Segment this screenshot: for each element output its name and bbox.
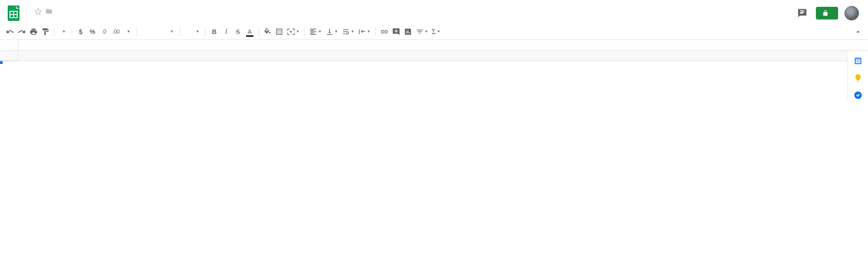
calendar-addon-icon[interactable]: 31 [853,56,863,65]
chevron-down-icon: ▼ [318,29,322,34]
separator [54,27,54,36]
chevron-down-icon: ▼ [62,29,66,34]
chevron-down-icon: ▼ [296,29,300,34]
account-avatar[interactable] [844,6,859,20]
more-formats-button[interactable]: ▼ [122,26,133,38]
separator [304,27,305,36]
increase-decimal-button[interactable]: .00 [111,26,121,38]
undo-button[interactable] [5,26,15,38]
share-button[interactable] [816,7,838,19]
grid-wrapper: 31 [0,51,868,100]
merge-cells-button[interactable]: ▼ [286,26,301,38]
chevron-down-icon: ▼ [196,29,199,34]
svg-text:31: 31 [856,59,860,63]
filter-button[interactable]: ▼ [414,26,430,38]
spreadsheet-grid[interactable] [0,51,848,100]
title-area [25,8,101,19]
separator [136,27,137,36]
star-icon[interactable] [34,8,42,15]
text-wrap-button[interactable]: ▼ [340,26,356,38]
document-title[interactable] [25,10,31,12]
zoom-select[interactable]: ▼ [58,29,68,34]
fill-color-button[interactable] [262,26,273,38]
comments-button[interactable] [795,6,810,20]
insert-chart-button[interactable] [402,26,413,38]
format-currency-button[interactable]: $ [75,26,86,38]
menu-format[interactable] [54,16,61,19]
side-panel: 31 [848,51,868,100]
text-color-button[interactable]: A [244,26,255,38]
italic-button[interactable]: I [221,26,232,38]
insert-link-button[interactable] [379,26,390,38]
chevron-down-icon: ▼ [367,29,371,34]
strikethrough-button[interactable]: S [233,26,243,38]
chevron-down-icon: ▼ [351,29,354,34]
vertical-align-button[interactable]: ▼ [324,26,339,38]
sheets-logo[interactable] [5,4,23,22]
menu-tools[interactable] [69,16,75,19]
text-rotation-button[interactable]: ▼ [357,26,372,38]
tasks-addon-icon[interactable] [853,91,863,100]
chevron-down-icon: ▼ [335,29,338,34]
save-status[interactable] [94,16,101,19]
paint-format-button[interactable] [40,26,51,38]
separator [179,27,180,36]
fill-handle[interactable] [0,61,3,64]
functions-button[interactable]: Σ▼ [430,26,441,38]
header [0,0,868,24]
menu-help[interactable] [83,16,90,19]
font-size-select[interactable]: ▼ [183,29,202,34]
bold-button[interactable]: B [209,26,220,38]
menu-addons[interactable] [76,16,82,19]
column-headers [0,51,847,61]
redo-button[interactable] [16,26,27,38]
separator [258,27,259,36]
formula-input[interactable] [18,40,868,50]
header-right [795,6,863,20]
menubar [25,16,101,19]
font-select[interactable]: ▼ [140,29,176,34]
menu-file[interactable] [25,16,32,19]
menu-view[interactable] [40,16,46,19]
keep-addon-icon[interactable] [853,73,863,83]
chevron-down-icon: ▼ [126,29,130,34]
move-folder-icon[interactable] [45,8,53,15]
toolbar: ▼ $ % .0 .00 ▼ ▼ ▼ B I S A ▼ ▼ ▼ ▼ ▼ ▼ Σ… [0,24,868,40]
format-percent-button[interactable]: % [87,26,98,38]
select-all-corner[interactable] [0,51,18,61]
chevron-down-icon: ▼ [437,29,441,34]
separator [375,27,376,36]
borders-button[interactable] [274,26,285,38]
menu-insert[interactable] [47,16,53,19]
menu-edit[interactable] [33,16,39,19]
chevron-down-icon: ▼ [425,29,428,34]
decrease-decimal-button[interactable]: .0 [99,26,110,38]
menu-data[interactable] [62,16,68,19]
fx-label[interactable] [0,40,18,50]
separator [205,27,206,36]
collapse-toolbar-button[interactable] [853,26,863,38]
separator [72,27,72,36]
formula-bar [0,40,868,51]
chevron-down-icon: ▼ [170,29,174,34]
insert-comment-button[interactable] [391,26,402,38]
horizontal-align-button[interactable]: ▼ [308,26,323,38]
print-button[interactable] [28,26,39,38]
